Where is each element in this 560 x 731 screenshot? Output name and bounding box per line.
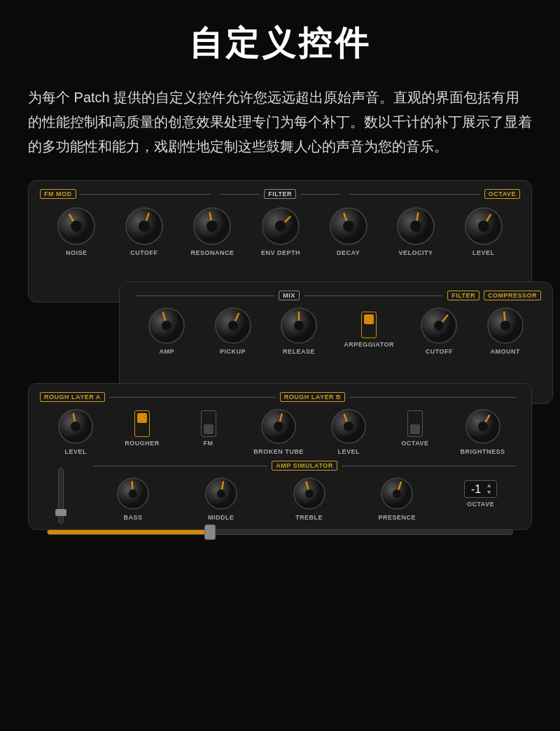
decay-knob[interactable] [328, 206, 369, 246]
knob-item-amp: AMP [146, 306, 188, 355]
knob-item-treble: Treble [288, 476, 330, 521]
section-label-fm-mod: FM MOD [40, 189, 76, 199]
svg-point-33 [129, 489, 137, 498]
toggle-item-fm: FM [188, 408, 230, 447]
cutoff-knob-top[interactable] [124, 206, 164, 246]
knob-item-presence: Presence [376, 476, 418, 521]
svg-point-19 [294, 321, 304, 330]
knob-item-noise: NOISE [55, 206, 97, 256]
octave-toggle-label: OCTAVE [401, 440, 428, 447]
presence-label: Presence [379, 514, 416, 521]
section-label-mix: MIX [279, 291, 300, 300]
spinner-up[interactable]: ▲ [486, 482, 492, 489]
rougher-toggle[interactable] [134, 410, 150, 437]
spinner-down[interactable]: ▼ [486, 489, 492, 496]
svg-point-31 [478, 422, 488, 431]
level-b-label: LEVEL [338, 448, 360, 455]
section-label-layer-b: ROUGH LAYER B [280, 392, 345, 402]
bot-row2-wrap: AMP SIMULATOR Bass [40, 461, 520, 524]
panel-bot: ROUGH LAYER A ROUGH LAYER B LEVEL [28, 383, 532, 530]
bass-knob[interactable] [115, 476, 150, 511]
svg-point-1 [71, 221, 82, 232]
middle-knob[interactable] [204, 476, 239, 511]
broken-tube-label: BROKEN TUBE [253, 448, 304, 455]
page-container: 自定义控件 为每个 Patch 提供的自定义控件允许您远远超出原始声音。直观的界… [0, 0, 560, 558]
vertical-slider-track[interactable] [58, 468, 64, 524]
presence-knob[interactable] [379, 476, 414, 511]
rougher-label: ROUGHER [125, 440, 160, 447]
bass-label: Bass [123, 514, 142, 521]
velocity-knob[interactable] [396, 206, 436, 246]
octave-spinner[interactable]: -1 ▲ ▼ [464, 480, 497, 498]
knob-item-broken-tube: BROKEN TUBE [253, 408, 304, 455]
knob-item-level-a: LEVEL [55, 408, 97, 455]
arpeggiator-label: ARPEGGIATOR [344, 341, 394, 348]
treble-knob[interactable] [292, 476, 327, 511]
level-b-knob[interactable] [330, 408, 368, 445]
bot-row1: LEVEL ROUGHER FM [40, 408, 520, 455]
fm-toggle[interactable] [201, 410, 216, 437]
horizontal-slider-track[interactable] [47, 529, 513, 535]
release-knob[interactable] [279, 306, 318, 345]
cutoff-knob-mid[interactable] [419, 306, 458, 345]
broken-tube-knob[interactable] [260, 408, 298, 445]
rougher-btn [137, 413, 147, 423]
toggle-item-octave-bot: OCTAVE [394, 408, 436, 447]
release-label: RELEASE [283, 348, 315, 355]
resonance-label: RESONANCE [190, 249, 234, 256]
decay-label: DECAY [337, 249, 360, 256]
resonance-knob[interactable] [192, 206, 232, 246]
noise-knob[interactable] [56, 206, 97, 246]
page-title: 自定义控件 [28, 21, 532, 66]
knob-item-decay: DECAY [328, 206, 370, 256]
level-a-label: LEVEL [65, 448, 88, 455]
level-top-label: LEVEL [472, 249, 495, 256]
velocity-label: VELOCITY [399, 249, 433, 256]
knob-item-cutoff-mid: CUTOFF [418, 306, 460, 355]
section-label-filter-top: FILTER [264, 189, 296, 199]
svg-point-29 [344, 422, 354, 431]
svg-point-27 [274, 422, 284, 431]
knob-item-release: RELEASE [278, 306, 320, 355]
svg-point-35 [217, 489, 225, 498]
toggle-item-arpeggiator: ARPEGGIATOR [344, 306, 394, 348]
cutoff-mid-label: CUTOFF [426, 348, 453, 355]
octave-spinner-wrap: -1 ▲ ▼ OCTAVE [464, 476, 497, 508]
section-label-octave-top: OCTAVE [484, 189, 520, 199]
svg-point-3 [139, 221, 150, 232]
env-depth-knob[interactable] [260, 206, 301, 246]
svg-point-9 [343, 221, 354, 232]
knob-item-velocity: VELOCITY [395, 206, 437, 256]
svg-point-11 [410, 221, 421, 232]
slider-section [40, 461, 82, 524]
amount-label: AMOUNT [491, 348, 521, 355]
amp-label: AMP [159, 348, 174, 355]
arpeggiator-btn [364, 314, 374, 324]
knobs-row-top: NOISE CUTOFF [40, 206, 520, 256]
svg-point-15 [162, 321, 172, 330]
pickup-knob[interactable] [214, 306, 253, 345]
octave-value: -1 [469, 483, 483, 496]
fm-btn [204, 424, 214, 434]
octave-toggle[interactable] [407, 410, 423, 437]
amp-knob[interactable] [147, 306, 186, 345]
knob-item-middle: Middle [200, 476, 242, 521]
knob-item-pickup: PICKUP [212, 306, 254, 355]
toggle-item-rougher: ROUGHER [121, 408, 163, 447]
level-knob-top[interactable] [463, 206, 504, 246]
section-label-layer-a: ROUGH LAYER A [40, 392, 105, 402]
svg-point-23 [500, 321, 510, 330]
brightness-knob[interactable] [464, 408, 502, 445]
level-a-knob[interactable] [57, 408, 94, 445]
knobs-row-mid: AMP PICKUP [131, 306, 541, 355]
amount-knob[interactable] [486, 306, 525, 345]
env-depth-label: ENV DEPTH [261, 249, 300, 256]
knob-item-resonance: RESONANCE [190, 206, 234, 256]
svg-point-13 [478, 221, 489, 232]
pickup-label: PICKUP [220, 348, 246, 355]
synth-area: FM MOD FILTER OCTAVE [28, 180, 532, 530]
section-label-filter-mid: FILTER [447, 291, 479, 300]
knob-item-cutoff-top: CUTOFF [123, 206, 165, 256]
arpeggiator-toggle[interactable] [361, 312, 377, 338]
noise-label: NOISE [66, 249, 88, 256]
